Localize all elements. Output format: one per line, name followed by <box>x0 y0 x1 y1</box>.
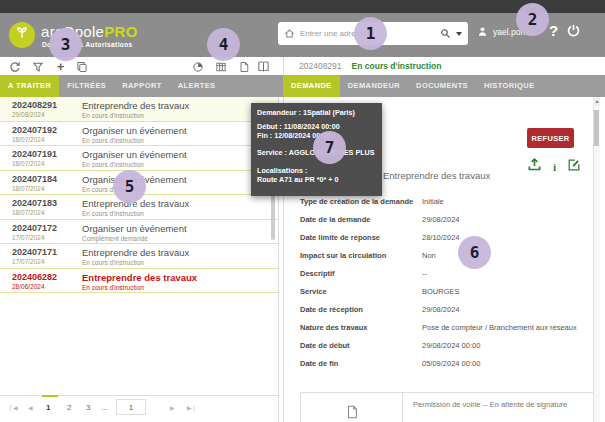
field-value: BOURGES <box>422 287 596 297</box>
tab-alertes[interactable]: ALERTES <box>170 75 224 97</box>
tab-historique[interactable]: HISTORIQUE <box>476 75 543 97</box>
right-tabs: DEMANDE DEMANDEUR DOCUMENTS HISTORIQUE <box>283 75 543 97</box>
search-icon[interactable] <box>440 25 451 43</box>
request-date: 18/07/2024 <box>12 136 82 143</box>
tab-rapport[interactable]: RAPPORT <box>114 75 169 97</box>
request-status: Complément demandé <box>82 235 278 242</box>
active-page-indicator <box>42 395 58 397</box>
request-title: Organiser un événement <box>82 125 278 136</box>
help-icon[interactable]: ? <box>549 22 558 39</box>
field-label: Descriptif <box>300 269 422 279</box>
record-id: 202408291 <box>299 61 342 71</box>
field-value: 29/08/2024 00:00 <box>422 341 596 351</box>
document-status-label: Permission de voirie -- En attente de si… <box>403 393 593 422</box>
tab-demandeur[interactable]: DEMANDEUR <box>340 75 408 97</box>
tooltip-localisations-label: Localisations : <box>257 166 376 175</box>
tab-a-traiter[interactable]: A TRAITER <box>0 75 59 97</box>
annotation-badge-5: 5 <box>113 170 146 203</box>
copy-icon[interactable] <box>75 60 88 73</box>
request-status: En cours d'instruction <box>82 284 278 291</box>
info-icon[interactable]: i <box>553 161 556 173</box>
request-date: 18/07/2024 <box>12 160 82 167</box>
field-row: Date limite de réponse28/10/2024 <box>300 233 596 243</box>
request-id: 202407172 <box>12 223 82 233</box>
tabs-bar: A TRAITER FILTRÉES RAPPORT ALERTES DEMAN… <box>0 75 605 97</box>
tooltip-debut: Début : 11/08/2024 00:00 <box>257 122 376 131</box>
request-id: 202407191 <box>12 149 82 159</box>
annotation-badge-7: 7 <box>313 131 346 164</box>
export-icon[interactable] <box>237 60 250 73</box>
next-page-icon[interactable]: ▶ <box>170 404 175 411</box>
home-icon[interactable] <box>284 25 295 43</box>
power-icon[interactable] <box>566 23 581 42</box>
list-item[interactable]: 20240829129/08/2024 Entreprendre des tra… <box>0 97 278 122</box>
page-number-input[interactable] <box>116 399 146 415</box>
field-row: Impact sur la circulationNon <box>300 251 596 261</box>
atlas-icon[interactable] <box>257 60 270 73</box>
filter-icon[interactable] <box>31 60 44 73</box>
app-logo <box>9 22 35 48</box>
upload-icon[interactable] <box>527 157 542 176</box>
field-row: Nature des travauxPose de compteur / Bra… <box>300 323 596 333</box>
list-item[interactable]: 20240717217/07/2024 Organiser un événeme… <box>0 220 278 245</box>
request-id: 202407192 <box>12 125 82 135</box>
last-page-icon[interactable]: ▶❘ <box>187 404 197 411</box>
top-strip <box>0 0 605 13</box>
edit-icon[interactable] <box>567 158 581 176</box>
page-3[interactable]: 3 <box>86 403 90 412</box>
field-label: Nature des travaux <box>300 323 422 333</box>
request-status: En cours d'instruction <box>82 112 278 119</box>
refuse-button[interactable]: REFUSER <box>527 128 574 148</box>
detail-fields: Type de création de la demandeInitiale D… <box>300 197 596 377</box>
tab-demande[interactable]: DEMANDE <box>283 75 340 97</box>
page-1[interactable]: 1 <box>46 403 50 412</box>
field-label: Date de la demande <box>300 215 422 225</box>
scroll-up-icon[interactable] <box>593 97 600 106</box>
header-bar: arcOpolePRO Domaines & Autorisations yae… <box>0 13 605 57</box>
annotation-badge-4: 4 <box>207 28 240 61</box>
field-row: Descriptif-- <box>300 269 596 279</box>
detail-scrollbar-thumb[interactable] <box>594 110 599 146</box>
left-tabs: A TRAITER FILTRÉES RAPPORT ALERTES <box>0 75 224 97</box>
table-icon[interactable] <box>214 60 227 73</box>
field-value: 05/09/2024 00:00 <box>422 359 596 369</box>
request-title: Entreprendre des travaux <box>82 198 278 209</box>
tab-documents[interactable]: DOCUMENTS <box>408 75 476 97</box>
page-2[interactable]: 2 <box>67 403 71 412</box>
document-icon <box>301 393 403 422</box>
tab-filtrees[interactable]: FILTRÉES <box>59 75 114 97</box>
request-date: 18/07/2024 <box>12 185 82 192</box>
request-status: En cours d'instruction <box>82 210 278 217</box>
list-item[interactable]: 20240719218/07/2024 Organiser un événeme… <box>0 122 278 147</box>
stats-icon[interactable] <box>191 60 204 73</box>
refresh-icon[interactable] <box>8 60 21 73</box>
field-label: Date de réception <box>300 305 422 315</box>
field-row: Date de fin05/09/2024 00:00 <box>300 359 596 369</box>
field-label: Impact sur la circulation <box>300 251 422 261</box>
request-title: Entreprendre des travaux <box>82 272 278 283</box>
list-item[interactable]: 20240719118/07/2024 Organiser un événeme… <box>0 146 278 171</box>
request-date: 17/07/2024 <box>12 234 82 241</box>
request-status: En cours d'instruction <box>82 137 278 144</box>
prev-page-icon[interactable]: ◀ <box>28 404 33 411</box>
field-row: Date de début29/08/2024 00:00 <box>300 341 596 351</box>
page-ellipsis: ... <box>101 403 108 412</box>
list-scrollbar-thumb[interactable] <box>271 190 275 240</box>
request-id: 202407184 <box>12 174 82 184</box>
list-item[interactable]: 20240717117/07/2024 Entreprendre des tra… <box>0 244 278 269</box>
request-title: Entreprendre des travaux <box>82 100 278 111</box>
search-options-caret-icon[interactable] <box>456 32 462 36</box>
field-label: Service <box>300 287 422 297</box>
document-card[interactable]: Permission de voirie -- En attente de si… <box>300 392 594 422</box>
first-page-icon[interactable]: ❘◀ <box>8 404 18 411</box>
add-icon[interactable]: + <box>54 60 67 73</box>
field-value: Pose de compteur / Branchement aux résea… <box>422 323 596 333</box>
field-label: Date de fin <box>300 359 422 369</box>
list-toolbar: + <box>0 57 278 75</box>
request-id: 202407183 <box>12 198 82 208</box>
detail-title: Entreprendre des travaux <box>383 170 490 181</box>
request-title: Entreprendre des travaux <box>82 247 278 258</box>
record-header: 202408291 En cours d'instruction <box>287 57 593 75</box>
record-status-badge: En cours d'instruction <box>352 61 442 71</box>
list-item-alert[interactable]: 20240628228/06/2024 Entreprendre des tra… <box>0 269 278 294</box>
